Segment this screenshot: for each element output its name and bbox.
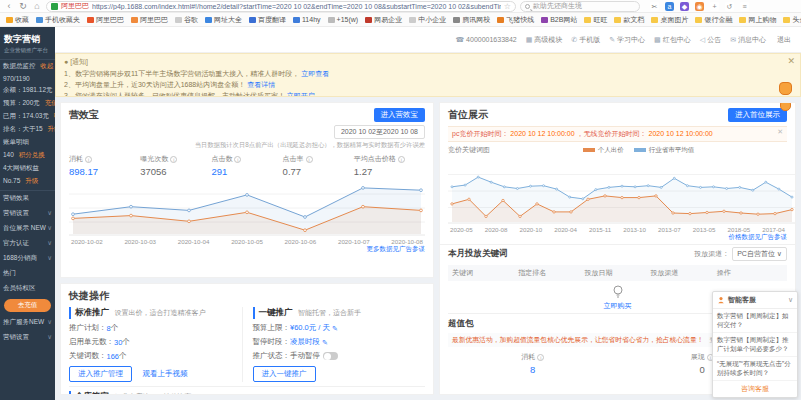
sidebar-menu-item[interactable]: 营销设置 ∨ <box>0 330 55 345</box>
notice-link[interactable]: 立即开启 <box>287 92 315 97</box>
promo-stat-value[interactable]: 30 <box>114 338 122 347</box>
buy-now-link[interactable]: 立即购买 <box>604 301 632 311</box>
sidebar-menu-item[interactable]: 会员特权区 <box>0 281 55 296</box>
contact-service-link[interactable]: 咨询客服 <box>713 381 797 397</box>
account-stat-link[interactable]: 升级 <box>25 177 38 184</box>
bookmark-item[interactable]: 手机收藏夹 <box>36 15 80 25</box>
info-icon[interactable] <box>398 156 405 163</box>
chevron-down-icon[interactable]: ∨ <box>788 296 793 304</box>
sidebar-menu-item[interactable]: 热门 <box>0 266 55 281</box>
account-stat-link[interactable]: 充值 <box>45 99 55 106</box>
bookmark-item[interactable]: 银行金融 <box>695 15 732 25</box>
bookmark-item[interactable]: B2B网站 <box>541 15 577 25</box>
chat-question[interactable]: 数字营销【周周制定】推广计划单个词必要多少？ <box>713 333 797 357</box>
bookmark-item[interactable]: 网址大全 <box>205 15 242 25</box>
home-icon[interactable]: ⌂ <box>32 1 42 12</box>
extension-icon[interactable]: ↺ <box>725 2 734 11</box>
sidebar-menu-item[interactable]: 推广服务NEW ∨ <box>0 315 55 330</box>
stat-value[interactable]: 37056 <box>140 166 211 177</box>
more-data-link[interactable]: 更多数据见广告参谋 <box>69 245 425 254</box>
refresh-icon[interactable]: ↻ <box>18 1 28 12</box>
extension-icon[interactable]: + <box>710 2 719 11</box>
browser-search-box[interactable]: 款助先还商生境 <box>520 1 640 12</box>
extension-icon[interactable]: ◆ <box>680 2 689 11</box>
top-bar-item[interactable]: ▦ 高级模块 <box>526 35 563 45</box>
enter-onekey-button[interactable]: 进入一键推广 <box>253 366 316 382</box>
edit-icon[interactable] <box>322 338 328 347</box>
address-bar[interactable]: 阿里巴巴 https://p4p.1688.com/index.html#!/h… <box>46 1 516 12</box>
extension-icon[interactable]: ✂ <box>650 2 659 11</box>
bookmark-item[interactable]: 网易企业 <box>365 15 402 25</box>
price-data-link[interactable]: 价格数据见广告参谋 <box>448 233 787 242</box>
account-stat-link[interactable]: 积分兑换 <box>19 151 45 158</box>
back-icon[interactable]: ‹ <box>4 1 14 12</box>
bookmark-item[interactable]: 头条资讯 <box>783 15 801 25</box>
extension-icon[interactable]: ≡ <box>740 2 749 11</box>
info-icon[interactable] <box>234 156 241 163</box>
search-text[interactable]: 款助先还商生境 <box>533 1 582 11</box>
top-bar-item[interactable]: ◁ 公告 <box>700 35 721 45</box>
sidebar-menu-item[interactable]: 1688分销商 ∨ <box>0 251 55 266</box>
top-bar-item[interactable]: ✆ 手机版 <box>571 35 600 45</box>
bookmark-item[interactable]: 款文档 <box>614 15 644 25</box>
bookmark-item[interactable]: 收藏 <box>6 15 29 25</box>
promo-stat-value[interactable]: 166 <box>107 352 120 361</box>
bookmark-item[interactable]: 中小企业 <box>409 15 446 25</box>
enter-effect-button[interactable]: 进入营效宝 <box>374 108 426 122</box>
bookmark-item[interactable]: 腾讯网校 <box>453 15 490 25</box>
stat-value[interactable]: 898.17 <box>69 166 140 177</box>
stat-value[interactable]: 291 <box>211 166 282 177</box>
stat-value[interactable]: 0.77 <box>283 166 354 177</box>
chat-question[interactable]: 数字营销【周周制定】如何交付？ <box>713 309 797 333</box>
sidebar-menu-item[interactable]: 官方认证 ∨ <box>0 236 55 251</box>
url-text[interactable]: https://p4p.1688.com/index.html#!/home2/… <box>92 3 501 10</box>
bookmark-favicon <box>36 17 43 23</box>
bookmark-item[interactable]: 阿里巴巴 <box>87 15 124 25</box>
stat-label: 消耗 <box>521 352 535 362</box>
bookmark-item[interactable]: 阿里巴巴 <box>131 15 168 25</box>
top-bar-item[interactable]: ☎ 4000001633842 <box>455 36 516 44</box>
data-note: 当日数据预计次日8点前产出（出现延迟勿担心），数据精算与实时数据有少许误差 <box>69 141 425 150</box>
top-bar-item-label: 高级模块 <box>534 35 562 45</box>
sidebar-recharge-button[interactable]: 去充值 <box>4 299 51 312</box>
bookmark-item[interactable]: +15(w) <box>328 16 359 23</box>
top-bar-item[interactable]: ✎ 学习中心 <box>609 35 645 45</box>
extension-icon[interactable]: a <box>665 2 674 11</box>
promo-status-toggle[interactable] <box>323 352 338 360</box>
promo-mascot-icon[interactable] <box>779 82 792 95</box>
bookmark-item[interactable]: 旺旺 <box>584 15 607 25</box>
stat-value[interactable]: 1.27 <box>354 166 425 177</box>
bookmark-star-icon[interactable]: ☆ <box>504 2 511 11</box>
channel-select[interactable]: PC自营首位 ∨ <box>732 247 787 261</box>
sidebar-menu-item[interactable]: 营销效果 <box>0 191 55 206</box>
sidebar-menu-item[interactable]: 营销设置 ∨ <box>0 206 55 221</box>
bookmark-item[interactable]: 桌面图片 <box>651 15 688 25</box>
tutorial-video-link[interactable]: 观看上手视频 <box>143 369 188 378</box>
info-icon[interactable] <box>85 156 92 163</box>
bookmark-item[interactable]: 百度翻译 <box>249 15 286 25</box>
account-stat-link[interactable]: 收起 <box>40 62 53 69</box>
info-icon[interactable] <box>170 156 177 163</box>
date-range-picker[interactable]: 2020 10 02至2020 10 08 <box>334 125 425 139</box>
extension-icon[interactable]: ◉ <box>695 2 704 11</box>
info-icon[interactable] <box>306 156 313 163</box>
account-stat-link[interactable]: 明细 <box>54 112 55 119</box>
notice-link[interactable]: 查看详情 <box>247 81 275 88</box>
bookmark-item[interactable]: 谷歌 <box>175 15 198 25</box>
top-bar-item[interactable]: ▩ 红包中心 <box>654 35 691 45</box>
edit-icon[interactable] <box>332 324 338 333</box>
sidebar-menu-item[interactable]: 首位展示 NEW ∨ <box>0 221 55 236</box>
account-stat-link[interactable]: 升级 <box>48 125 55 132</box>
notice-link[interactable]: 立即查看 <box>301 70 329 77</box>
bookmark-item[interactable]: 飞猪快线 <box>497 15 534 25</box>
close-icon[interactable]: ✕ <box>787 56 795 66</box>
info-icon[interactable] <box>537 354 544 361</box>
enter-first-position-button[interactable]: 进入首位展示 <box>728 108 787 122</box>
close-icon[interactable]: ✕ <box>777 128 783 136</box>
chat-question[interactable]: “无展现”“有展现无点击”分别持续多长时间？ <box>713 357 797 381</box>
bookmark-item[interactable]: 网上购物 <box>739 15 776 25</box>
top-bar-item[interactable]: ✉ 消息中心 <box>730 35 766 45</box>
top-bar-item[interactable]: 退出 <box>775 35 791 45</box>
enter-promo-manage-button[interactable]: 进入推广管理 <box>69 366 132 382</box>
bookmark-item[interactable]: 114hy <box>293 16 321 23</box>
